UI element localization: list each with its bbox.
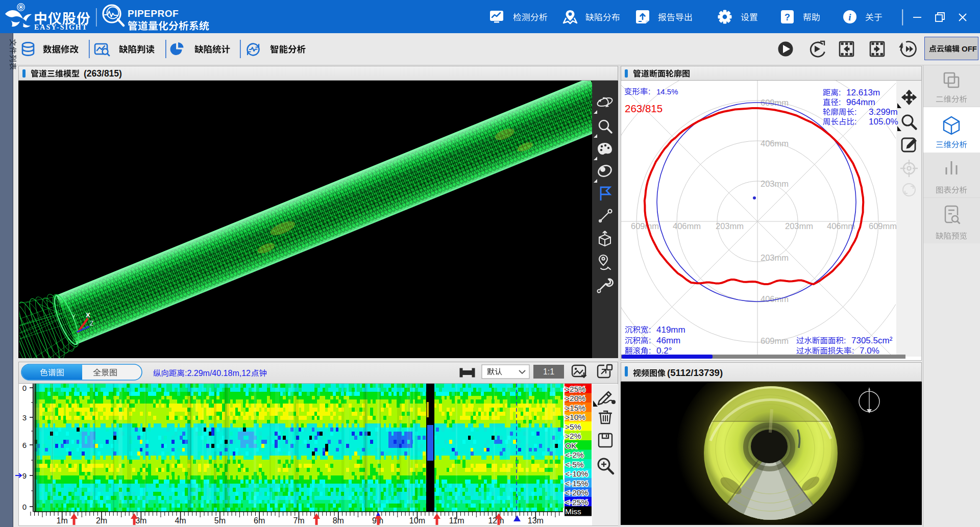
svg-text:>5%: >5%	[565, 422, 581, 431]
svg-text:<-10%: <-10%	[565, 469, 588, 478]
svg-text:1m: 1m	[57, 516, 68, 525]
svg-text:5m: 5m	[214, 516, 226, 525]
svg-text:>15%: >15%	[565, 404, 585, 412]
svg-text:>10%: >10%	[565, 413, 585, 421]
svg-text:i: i	[848, 12, 851, 22]
svg-text:8m: 8m	[333, 516, 344, 525]
svg-text:>2%: >2%	[565, 432, 581, 440]
svg-text:406mm: 406mm	[827, 221, 855, 231]
svg-text:2m: 2m	[96, 516, 107, 525]
svg-text:<-2%: <-2%	[565, 450, 584, 459]
svg-text:1:1: 1:1	[543, 367, 554, 376]
svg-text:11m: 11m	[449, 516, 464, 525]
svg-text:203mm: 203mm	[716, 221, 744, 231]
svg-text:9: 9	[22, 471, 27, 480]
svg-text:3: 3	[22, 413, 27, 422]
svg-text:203mm: 203mm	[761, 253, 789, 262]
svg-text:0: 0	[22, 384, 27, 392]
svg-text:<-5%: <-5%	[565, 460, 584, 469]
svg-text:7m: 7m	[293, 516, 304, 525]
svg-text:OK: OK	[565, 441, 577, 450]
svg-text:406mm: 406mm	[673, 221, 701, 231]
svg-text:203mm: 203mm	[761, 179, 789, 188]
svg-text:203mm: 203mm	[785, 221, 813, 231]
svg-text:<-20%: <-20%	[565, 488, 588, 497]
svg-text:Y: Y	[71, 313, 76, 320]
svg-text:>20%: >20%	[565, 394, 585, 403]
svg-text:6m: 6m	[254, 516, 265, 525]
svg-text:?: ?	[785, 12, 790, 22]
svg-text:3m: 3m	[135, 516, 146, 525]
svg-text:609mm: 609mm	[869, 221, 897, 231]
svg-text:4m: 4m	[175, 516, 186, 525]
svg-text:Z: Z	[90, 320, 93, 327]
svg-text:6: 6	[22, 441, 27, 449]
svg-text:X: X	[86, 311, 90, 319]
svg-text:406mm: 406mm	[761, 139, 789, 148]
svg-text:>25%: >25%	[565, 385, 585, 393]
svg-text:0: 0	[22, 503, 27, 511]
svg-text:<-25%: <-25%	[565, 498, 588, 507]
svg-text:10m: 10m	[409, 516, 425, 525]
svg-text:<-15%: <-15%	[565, 479, 588, 488]
svg-text:609mm: 609mm	[631, 221, 659, 231]
svg-text:13m: 13m	[528, 516, 544, 525]
svg-text:406mm: 406mm	[761, 294, 789, 304]
svg-text:Miss: Miss	[565, 507, 581, 516]
svg-text:609mm: 609mm	[761, 336, 789, 345]
